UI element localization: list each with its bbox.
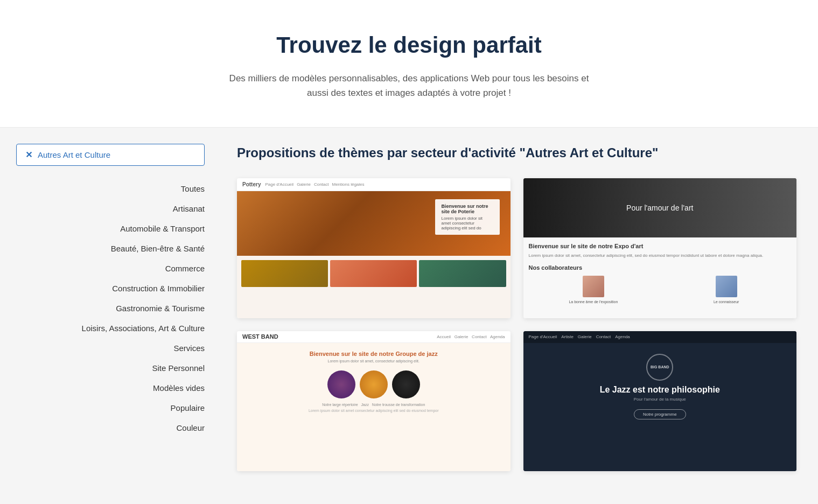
expo-overlay-text: Pour l'amour de l'art xyxy=(626,204,693,212)
bigband-navbar: Page d'Accueil Artiste Galerie Contact A… xyxy=(523,331,797,343)
active-filter-label: Autres Art et Culture xyxy=(38,150,110,159)
themes-grid: Pottery Page d'Accueil Galerie Contact M… xyxy=(237,178,796,471)
expo-content: Bienvenue sur le site de notre Expo d'ar… xyxy=(523,237,797,310)
nav-item-modeles-vides[interactable]: Modèles vides xyxy=(16,378,205,398)
jazz-circle-1 xyxy=(327,370,355,398)
nav-item-couleur[interactable]: Couleur xyxy=(16,418,205,438)
theme-card-bigband[interactable]: Page d'Accueil Artiste Galerie Contact A… xyxy=(523,331,797,471)
pottery-sub-img-1 xyxy=(241,260,328,287)
hero-section: Trouvez le design parfait Des milliers d… xyxy=(0,0,818,128)
nav-item-gastronomie[interactable]: Gastronomie & Tourisme xyxy=(16,298,205,318)
pottery-hero-text: Bienvenue sur notre site de Poterie Lore… xyxy=(435,199,500,235)
nav-item-toutes[interactable]: Toutes xyxy=(16,179,205,199)
category-nav: Toutes Artisanat Automobile & Transport … xyxy=(16,179,205,438)
close-icon: ✕ xyxy=(25,150,32,160)
nav-item-commerce[interactable]: Commerce xyxy=(16,258,205,278)
section-title: Propositions de thèmes par secteur d'act… xyxy=(237,144,796,162)
nav-item-site-personnel[interactable]: Site Personnel xyxy=(16,358,205,378)
theme-card-pottery[interactable]: Pottery Page d'Accueil Galerie Contact M… xyxy=(237,178,511,318)
jazz-circles xyxy=(237,366,511,403)
nav-item-loisirs[interactable]: Loisirs, Associations, Art & Culture xyxy=(16,318,205,338)
hero-title: Trouvez le design parfait xyxy=(11,32,807,58)
nav-item-construction[interactable]: Construction & Immobilier xyxy=(16,278,205,298)
expo-top-image: Pour l'amour de l'art xyxy=(523,178,797,237)
bigband-hero: BIG BAND Le Jazz est notre philosophie P… xyxy=(523,343,797,425)
pottery-nav-links: Page d'Accueil Galerie Contact Mentions … xyxy=(265,182,364,187)
pottery-sub-img-2 xyxy=(330,260,417,287)
nav-item-services[interactable]: Services xyxy=(16,338,205,358)
nav-item-populaire[interactable]: Populaire xyxy=(16,398,205,418)
hero-subtitle: Des milliers de modèles personnalisables… xyxy=(226,71,592,100)
main-layout: ✕ Autres Art et Culture Toutes Artisanat… xyxy=(0,128,818,504)
active-filter-button[interactable]: ✕ Autres Art et Culture xyxy=(16,144,205,166)
content-area: Propositions de thèmes par secteur d'act… xyxy=(215,128,818,504)
jazz-sub-labels: Notre large répertoire Jazz Notre trouss… xyxy=(237,403,511,409)
jazz-logo: WEST BAND xyxy=(242,333,278,340)
jazz-circle-3 xyxy=(392,370,420,398)
jazz-hero-text: Bienvenue sur le site de notre Groupe de… xyxy=(237,343,511,366)
pottery-sub-img-3 xyxy=(419,260,506,287)
nav-item-beaute[interactable]: Beauté, Bien-être & Santé xyxy=(16,239,205,258)
bigband-logo: BIG BAND xyxy=(646,354,673,381)
jazz-circle-2 xyxy=(360,370,388,398)
pottery-logo: Pottery xyxy=(242,181,261,187)
bigband-main-title: Le Jazz est notre philosophie xyxy=(529,385,792,395)
expo-member-2: Le connaisseur xyxy=(661,276,791,305)
sidebar: ✕ Autres Art et Culture Toutes Artisanat… xyxy=(0,128,215,504)
bigband-program-button[interactable]: Notre programme xyxy=(634,409,686,419)
theme-card-jazz[interactable]: WEST BAND Accueil Galerie Contact Agenda… xyxy=(237,331,511,471)
nav-item-automobile[interactable]: Automobile & Transport xyxy=(16,219,205,239)
bigband-sub-title: Pour l'amour de la musique xyxy=(529,397,792,402)
nav-item-artisanat[interactable]: Artisanat xyxy=(16,199,205,219)
theme-card-expo[interactable]: Pour l'amour de l'art Bienvenue sur le s… xyxy=(523,178,797,318)
expo-member-1: La bonne âme de l'exposition xyxy=(529,276,659,305)
